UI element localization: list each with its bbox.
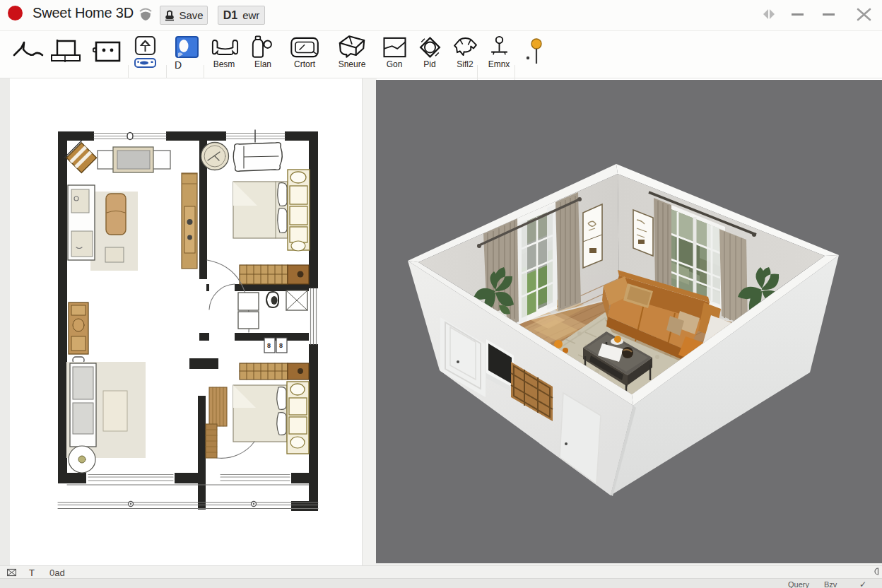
svg-text:8: 8 — [279, 342, 283, 349]
svg-text:8: 8 — [267, 342, 271, 349]
